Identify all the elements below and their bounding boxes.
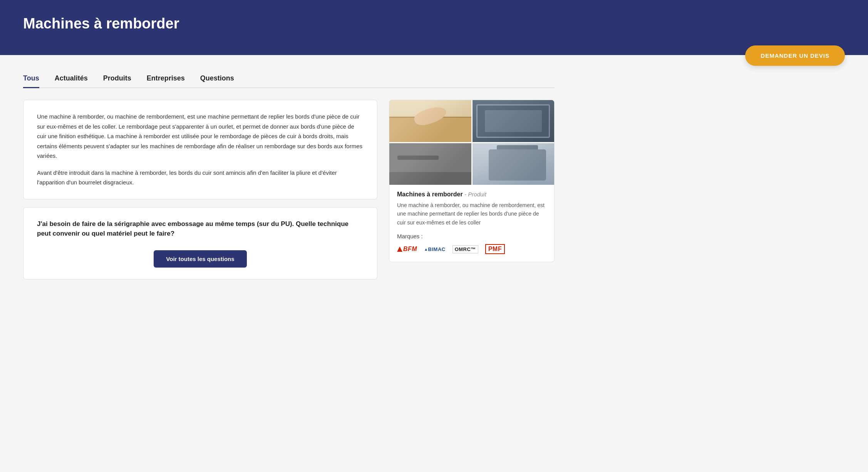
voir-button-wrapper: Voir toutes les questions [37, 250, 364, 268]
description-paragraph-2: Avant d'être introduit dans la machine à… [37, 168, 364, 187]
product-images-grid [389, 100, 554, 185]
brand-omrc[interactable]: OMRC™ [452, 245, 478, 253]
page-header: Machines à remborder DEMANDER UN DEVIS [0, 0, 868, 55]
marques-label: Marques : [397, 233, 546, 239]
brands-row: BFM BIMAC OMRC™ PMF [397, 244, 546, 254]
brand-bfm-label: BFM [403, 246, 417, 253]
tab-tous[interactable]: Tous [23, 74, 39, 88]
brand-omrc-label: OMRC™ [455, 246, 476, 252]
question-card: J'ai besoin de faire de la sérigraphie a… [23, 207, 377, 280]
product-image-1 [389, 100, 471, 142]
content-grid: Une machine à remborder, ou machine de r… [23, 100, 555, 280]
brand-pmf-label: PMF [488, 246, 502, 253]
description-card: Une machine à remborder, ou machine de r… [23, 100, 377, 199]
tabs-nav: Tous Actualités Produits Entreprises Que… [23, 74, 555, 88]
main-content: Tous Actualités Produits Entreprises Que… [0, 55, 578, 295]
tab-produits[interactable]: Produits [103, 74, 131, 88]
product-image-4 [473, 143, 555, 185]
tab-entreprises[interactable]: Entreprises [147, 74, 185, 88]
product-info: Machines à remborder - Produit Une machi… [389, 191, 554, 254]
right-panel: Machines à remborder - Produit Une machi… [389, 100, 555, 280]
page-title: Machines à remborder [23, 15, 845, 32]
devis-button[interactable]: DEMANDER UN DEVIS [745, 45, 845, 66]
brand-bimac[interactable]: BIMAC [424, 246, 446, 252]
cta-area: DEMANDER UN DEVIS [745, 45, 845, 66]
voir-questions-button[interactable]: Voir toutes les questions [154, 250, 246, 268]
product-card: Machines à remborder - Produit Une machi… [389, 100, 555, 262]
product-image-3 [389, 143, 471, 185]
brand-pmf[interactable]: PMF [485, 244, 505, 254]
tab-questions[interactable]: Questions [200, 74, 234, 88]
brand-bimac-label: BIMAC [428, 246, 446, 252]
question-text: J'ai besoin de faire de la sérigraphie a… [37, 219, 364, 239]
product-image-2 [473, 100, 555, 142]
tab-actualites[interactable]: Actualités [55, 74, 88, 88]
description-paragraph-1: Une machine à remborder, ou machine de r… [37, 112, 364, 161]
brand-bfm[interactable]: BFM [397, 246, 417, 253]
product-title: Machines à remborder - Produit [397, 191, 546, 198]
left-panel: Une machine à remborder, ou machine de r… [23, 100, 377, 280]
product-description: Une machine à remborder, ou machine de r… [397, 201, 546, 227]
